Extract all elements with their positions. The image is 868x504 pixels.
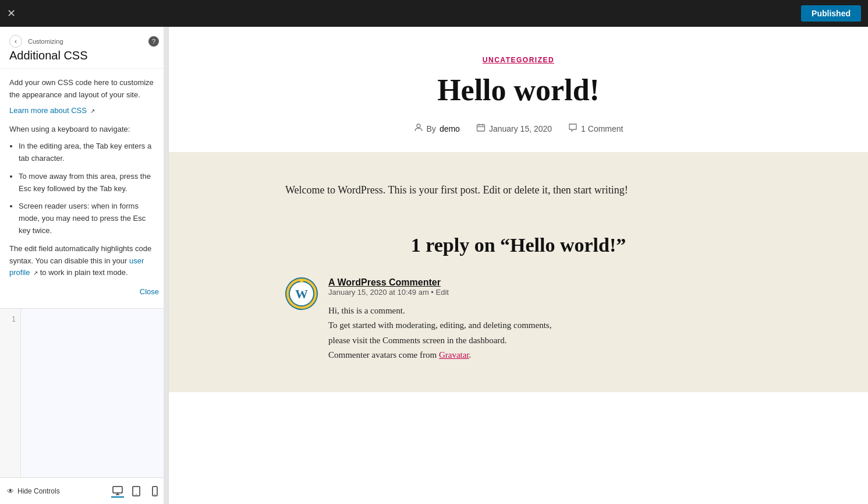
close-button[interactable]: ✕: [7, 7, 16, 20]
comments-title: 1 reply on “Hello world!”: [285, 234, 752, 256]
eye-icon: 👁: [7, 487, 14, 495]
comment-line-3: please visit the Comments screen in the …: [328, 336, 507, 345]
learn-more-link[interactable]: Learn more about CSS: [9, 106, 87, 115]
author-name[interactable]: demo: [440, 124, 460, 133]
preview-area: UNCATEGORIZED Hello world! By demo: [169, 27, 868, 504]
post-body: Welcome to WordPress. This is your first…: [285, 181, 752, 199]
comment-text: Hi, this is a comment. To get started wi…: [328, 304, 752, 363]
keyboard-tips-list: In the editing area, the Tab key enters …: [19, 140, 159, 237]
post-date: January 15, 2020: [489, 124, 552, 133]
svg-point-16: [300, 279, 303, 283]
device-icons: [111, 485, 161, 498]
customizing-section: ‹ Customizing ?: [9, 35, 159, 48]
line-number-1: 1: [0, 313, 20, 325]
desktop-icon[interactable]: [111, 485, 124, 498]
back-button[interactable]: ‹: [9, 35, 22, 48]
css-textarea[interactable]: [21, 309, 164, 477]
css-editor-inner: 1: [0, 309, 168, 477]
svg-point-4: [136, 494, 137, 495]
comment-edit-link[interactable]: Edit: [436, 288, 449, 297]
section-title: Additional CSS: [9, 49, 159, 62]
post-content-area: Welcome to WordPress. This is your first…: [169, 152, 868, 392]
description-text: Add your own CSS code here to customize …: [9, 77, 159, 101]
publish-button[interactable]: Published: [801, 5, 861, 22]
keyboard-tip-2: To move away from this area, press the E…: [19, 171, 159, 195]
author-icon: [414, 123, 423, 135]
svg-point-6: [154, 494, 155, 495]
post-title: Hello world!: [285, 73, 752, 107]
ext-link-icon: ↗: [90, 108, 95, 114]
help-icon[interactable]: ?: [148, 36, 159, 47]
post-header: UNCATEGORIZED Hello world! By demo: [169, 27, 868, 152]
svg-point-7: [417, 124, 420, 128]
post-meta: By demo January 15, 2020: [285, 123, 752, 135]
comment-count: 1 Comment: [581, 124, 623, 133]
svg-text:W: W: [295, 287, 308, 301]
comments-section: 1 reply on “Hello world!” W: [285, 234, 752, 363]
comment-icon: [568, 123, 578, 135]
ext-link-icon-2: ↗: [33, 270, 38, 276]
post-category[interactable]: UNCATEGORIZED: [285, 56, 752, 64]
sidebar: ‹ Customizing ? Additional CSS Add your …: [0, 27, 169, 504]
comment-line-2: To get started with moderating, editing,…: [328, 320, 551, 330]
customizing-label-text: Customizing: [28, 38, 63, 45]
sidebar-scrollbar[interactable]: [164, 27, 168, 504]
comment-period: .: [469, 350, 472, 360]
line-numbers: 1: [0, 309, 21, 477]
author-meta: By demo: [414, 123, 460, 135]
main-layout: ‹ Customizing ? Additional CSS Add your …: [0, 27, 868, 504]
comment-line-4: Commenter avatars come from: [328, 350, 437, 360]
hide-controls-label: Hide Controls: [17, 487, 60, 495]
comment-author[interactable]: A WordPress Commenter: [328, 277, 752, 288]
comment-line-1: Hi, this is a comment.: [328, 306, 405, 315]
comment-date: January 15, 2020 at 10:49 am • Edit: [328, 288, 752, 297]
svg-rect-0: [113, 487, 122, 493]
keyboard-heading: When using a keyboard to navigate:: [9, 124, 159, 136]
sidebar-header: ‹ Customizing ? Additional CSS: [0, 27, 168, 69]
date-meta: January 15, 2020: [476, 123, 552, 135]
calendar-icon: [476, 123, 486, 135]
top-bar: ✕ Published: [0, 0, 868, 27]
svg-rect-8: [477, 125, 484, 131]
hide-controls-button[interactable]: 👁 Hide Controls: [7, 487, 60, 495]
comment-avatar: W: [285, 277, 318, 310]
plain-text-note: to work in plain text mode.: [40, 268, 128, 277]
close-link[interactable]: Close: [9, 286, 159, 298]
keyboard-tip-3: Screen reader users: when in forms mode,…: [19, 200, 159, 237]
comment-date-text: January 15, 2020 at 10:49 am: [328, 288, 429, 297]
author-by: By: [427, 124, 436, 133]
comment-body: A WordPress Commenter January 15, 2020 a…: [328, 277, 752, 363]
comment-item: W A WordPress Commenter January 15, 2020…: [285, 277, 752, 363]
bottom-bar: 👁 Hide Controls: [0, 477, 168, 504]
mobile-icon[interactable]: [148, 485, 161, 498]
css-editor: 1: [0, 308, 168, 477]
gravatar-link[interactable]: Gravatar: [439, 350, 469, 360]
sidebar-content: Add your own CSS code here to customize …: [0, 69, 168, 308]
tablet-icon[interactable]: [130, 485, 143, 498]
keyboard-tip-1: In the editing area, the Tab key enters …: [19, 140, 159, 165]
comment-meta: 1 Comment: [568, 123, 623, 135]
